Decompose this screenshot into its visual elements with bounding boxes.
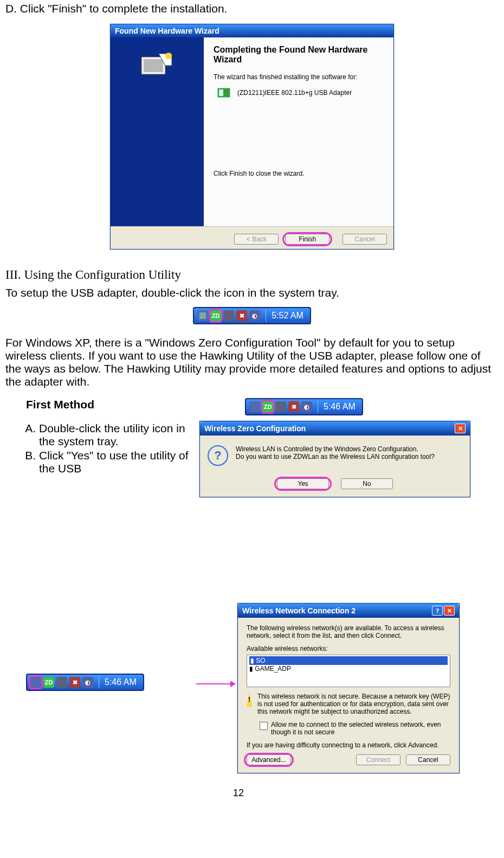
wizard-footer: < Back Finish Cancel bbox=[111, 226, 393, 249]
tray-net-icon[interactable] bbox=[30, 677, 41, 688]
wzc-line2: Do you want to use ZDWLan as the Wireles… bbox=[236, 453, 462, 460]
system-tray-1: ZD ✖ ◐ 5:52 AM bbox=[193, 307, 311, 324]
tray-netx-icon: ✖ bbox=[236, 310, 247, 321]
wzc-dialog: Wireless Zero Configuration ✕ ? Wireless… bbox=[199, 421, 470, 497]
svg-rect-1 bbox=[144, 59, 163, 72]
hardware-icon bbox=[138, 49, 176, 82]
tray-card-icon bbox=[275, 401, 286, 412]
tray-zd-icon: ZD bbox=[43, 677, 54, 688]
wizard-closing-text: Click Finish to close the wizard. bbox=[214, 170, 384, 177]
tray-separator bbox=[318, 401, 318, 413]
connect-button[interactable]: Connect bbox=[356, 754, 400, 765]
question-icon: ? bbox=[208, 445, 228, 466]
finish-button[interactable]: Finish bbox=[285, 234, 329, 245]
page-number: 12 bbox=[233, 787, 244, 799]
tray-net-icon bbox=[197, 310, 208, 321]
tray-globe-icon: ◐ bbox=[249, 310, 260, 321]
step-d-text: D. Click "Finish" to complete the instal… bbox=[5, 2, 499, 15]
tray-time-3: 5:46 AM bbox=[105, 677, 137, 687]
wnc-dialog: Wireless Network Connection 2 ? ✕ The fo… bbox=[237, 603, 460, 773]
svg-rect-5 bbox=[199, 312, 206, 319]
wizard-device-name: (ZD1211)IEEE 802.11b+g USB Adapter bbox=[237, 89, 352, 97]
tray-netx-icon: ✖ bbox=[288, 401, 299, 412]
system-tray-3: ZD ✖ ◐ 5:46 AM bbox=[26, 674, 144, 691]
wizard-content: Completing the Found New Hardware Wizard… bbox=[204, 37, 393, 226]
wizard-device-row: (ZD1211)IEEE 802.11b+g USB Adapter bbox=[217, 86, 384, 99]
tray-separator bbox=[99, 676, 99, 688]
first-method-title: First Method bbox=[26, 398, 189, 411]
cancel-button[interactable]: Cancel bbox=[406, 754, 450, 765]
first-method-b: Click "Yes" to use the utility of the US… bbox=[39, 449, 189, 475]
wnc-net-so[interactable]: ▮ SO bbox=[249, 656, 448, 665]
wzc-title-text: Wireless Zero Configuration bbox=[204, 424, 306, 433]
system-tray-2: ZD ✖ ◐ 5:46 AM bbox=[245, 398, 363, 415]
tray-time-2: 5:46 AM bbox=[324, 402, 356, 412]
wnc-adv-hint: If you are having difficulty connecting … bbox=[247, 741, 450, 749]
arrow-icon bbox=[196, 683, 235, 684]
wnc-network-list[interactable]: ▮ SO ▮ GAME_ADP bbox=[247, 655, 450, 687]
allow-checkbox[interactable] bbox=[260, 722, 268, 730]
tray-globe-icon: ◐ bbox=[301, 401, 312, 412]
wnc-title-text: Wireless Network Connection 2 bbox=[242, 606, 356, 615]
wnc-net-game[interactable]: ▮ GAME_ADP bbox=[249, 665, 448, 673]
wzc-titlebar: Wireless Zero Configuration ✕ bbox=[200, 421, 470, 436]
advanced-button[interactable]: Advanced... bbox=[247, 754, 291, 765]
yes-button[interactable]: Yes bbox=[277, 478, 329, 489]
wizard-heading: Completing the Found New Hardware Wizard bbox=[214, 45, 384, 65]
xp-paragraph: For Windows XP, there is a "Windows Zero… bbox=[5, 336, 499, 388]
bottom-figure: ZD ✖ ◐ 5:46 AM Wireless Network Connecti… bbox=[5, 603, 499, 809]
wzc-line1: Wireless LAN is Controlled by the Window… bbox=[236, 445, 462, 453]
warning-icon: ! bbox=[247, 693, 252, 707]
tray-zd-icon[interactable]: ZD bbox=[210, 310, 221, 321]
tray-separator bbox=[266, 310, 266, 322]
tray-netx-icon: ✖ bbox=[69, 677, 80, 688]
first-method-a: Double-click the utility icon in the sys… bbox=[39, 422, 189, 448]
wnc-warning-text: This wireless network is not secure. Bec… bbox=[257, 693, 450, 715]
first-method-block: First Method Double-click the utility ic… bbox=[26, 398, 189, 475]
tray-net-icon bbox=[249, 401, 260, 412]
wizard-window: Found New Hardware Wizard Completing the… bbox=[110, 24, 394, 249]
setup-instruction: To setup the USB adapter, double-click t… bbox=[5, 286, 499, 299]
allow-label: Allow me to connect to the selected wire… bbox=[271, 721, 450, 736]
wnc-intro: The following wireless network(s) are av… bbox=[247, 624, 450, 639]
no-button[interactable]: No bbox=[341, 478, 393, 489]
nic-icon bbox=[217, 86, 232, 99]
close-icon[interactable]: ✕ bbox=[444, 606, 455, 616]
tray-time-1: 5:52 AM bbox=[272, 311, 303, 321]
wizard-title-text: Found New Hardware Wizard bbox=[115, 27, 219, 35]
cancel-button[interactable]: Cancel bbox=[343, 234, 387, 245]
wnc-titlebar: Wireless Network Connection 2 ? ✕ bbox=[238, 604, 459, 618]
section-3-heading: III. Using the Configuration Utility bbox=[5, 268, 499, 282]
tray-card-icon bbox=[56, 677, 67, 688]
help-icon[interactable]: ? bbox=[432, 606, 443, 616]
wizard-subtext: The wizard has finished installing the s… bbox=[214, 73, 384, 81]
back-button[interactable]: < Back bbox=[234, 234, 279, 245]
tray-zd-icon[interactable]: ZD bbox=[262, 401, 273, 412]
svg-point-2 bbox=[165, 53, 172, 59]
wizard-art-panel bbox=[111, 37, 204, 226]
tray-card-icon bbox=[223, 310, 234, 321]
wnc-avail-label: Available wireless networks: bbox=[247, 645, 450, 652]
wizard-titlebar: Found New Hardware Wizard bbox=[111, 24, 393, 37]
tray-globe-icon: ◐ bbox=[82, 677, 93, 688]
close-icon[interactable]: ✕ bbox=[455, 424, 466, 433]
method-row: First Method Double-click the utility ic… bbox=[5, 398, 499, 475]
svg-rect-4 bbox=[219, 89, 223, 96]
